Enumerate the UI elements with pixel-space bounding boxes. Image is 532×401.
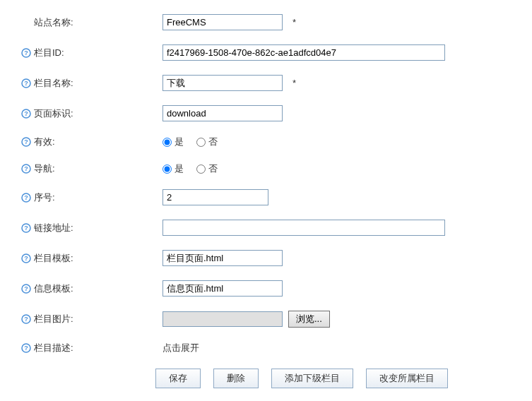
svg-text:?: ? (24, 165, 28, 172)
help-icon[interactable]: ? (21, 78, 31, 88)
label-enabled: ? 有效: (21, 136, 162, 148)
label-site-name: 站点名称: (21, 16, 162, 29)
row-column-desc: ? 栏目描述: 点击展开 (21, 342, 511, 354)
label-order-number: ? 序号: (21, 191, 162, 204)
field-info-template (162, 280, 511, 297)
enabled-yes-label: 是 (175, 136, 184, 148)
column-name-input[interactable] (162, 75, 283, 91)
row-navigation: ? 导航: 是 否 (21, 162, 511, 175)
button-row: 保存 删除 添加下级栏目 改变所属栏目 (21, 369, 511, 388)
enabled-no-radio[interactable] (196, 138, 206, 147)
file-display[interactable] (162, 311, 283, 327)
label-text: 栏目描述: (34, 342, 73, 354)
column-id-input[interactable] (162, 44, 445, 61)
help-icon[interactable]: ? (21, 137, 31, 147)
save-button[interactable]: 保存 (155, 369, 201, 388)
svg-text:?: ? (24, 80, 28, 87)
row-page-identifier: ? 页面标识: (21, 105, 511, 121)
site-name-input[interactable] (162, 14, 283, 30)
label-text: 栏目ID: (34, 47, 64, 59)
label-column-template: ? 栏目模板: (21, 252, 162, 265)
label-column-image: ? 栏目图片: (21, 313, 162, 325)
svg-text:?: ? (24, 49, 28, 56)
row-column-image: ? 栏目图片: 浏览... (21, 311, 511, 328)
row-link-address: ? 链接地址: (21, 220, 511, 236)
field-link-address (162, 220, 511, 236)
help-icon[interactable]: ? (21, 164, 31, 174)
row-site-name: 站点名称: * (21, 14, 511, 30)
change-parent-button[interactable]: 改变所属栏目 (366, 369, 448, 388)
expand-toggle[interactable]: 点击展开 (162, 342, 199, 354)
column-template-input[interactable] (162, 250, 283, 266)
row-order-number: ? 序号: (21, 189, 511, 205)
required-mark: * (292, 17, 296, 28)
browse-button[interactable]: 浏览... (288, 311, 330, 328)
help-icon[interactable]: ? (21, 314, 31, 324)
row-column-template: ? 栏目模板: (21, 250, 511, 266)
label-info-template: ? 信息模板: (21, 282, 162, 295)
link-address-input[interactable] (162, 220, 445, 236)
row-enabled: ? 有效: 是 否 (21, 136, 511, 148)
field-enabled: 是 否 (162, 136, 511, 148)
navigation-radio-group: 是 否 (162, 162, 218, 175)
label-text: 栏目模板: (34, 252, 73, 265)
svg-text:?: ? (24, 316, 28, 323)
label-text: 导航: (34, 162, 55, 175)
label-text: 序号: (34, 191, 55, 204)
navigation-no-radio[interactable] (196, 164, 206, 174)
field-column-image: 浏览... (162, 311, 511, 328)
row-column-name: ? 栏目名称: * (21, 75, 511, 91)
enabled-yes-radio[interactable] (162, 138, 172, 147)
navigation-no-item[interactable]: 否 (196, 162, 218, 175)
label-text: 信息模板: (34, 282, 73, 295)
field-column-name: * (162, 75, 511, 91)
field-order-number (162, 189, 511, 205)
order-number-input[interactable] (162, 189, 268, 205)
info-template-input[interactable] (162, 280, 283, 297)
help-icon[interactable]: ? (21, 193, 31, 203)
label-column-name: ? 栏目名称: (21, 77, 162, 90)
help-icon[interactable]: ? (21, 253, 31, 263)
help-icon[interactable]: ? (21, 109, 31, 119)
enabled-yes-item[interactable]: 是 (162, 136, 184, 148)
enabled-no-item[interactable]: 否 (196, 136, 218, 148)
svg-text:?: ? (24, 225, 28, 232)
label-link-address: ? 链接地址: (21, 222, 162, 234)
svg-text:?: ? (24, 345, 28, 352)
enabled-radio-group: 是 否 (162, 136, 218, 148)
field-page-identifier (162, 105, 511, 121)
label-page-identifier: ? 页面标识: (21, 107, 162, 120)
add-sub-button[interactable]: 添加下级栏目 (271, 369, 353, 388)
help-icon[interactable]: ? (21, 48, 31, 58)
label-navigation: ? 导航: (21, 162, 162, 175)
navigation-yes-item[interactable]: 是 (162, 162, 184, 175)
field-column-desc: 点击展开 (162, 342, 511, 354)
help-icon[interactable]: ? (21, 284, 31, 294)
row-info-template: ? 信息模板: (21, 280, 511, 297)
label-text: 站点名称: (34, 16, 73, 29)
help-icon[interactable]: ? (21, 223, 31, 233)
page-identifier-input[interactable] (162, 105, 283, 121)
label-text: 页面标识: (34, 107, 73, 120)
field-column-id (162, 44, 511, 61)
navigation-yes-label: 是 (175, 162, 184, 175)
svg-text:?: ? (24, 255, 28, 262)
delete-button[interactable]: 删除 (213, 369, 259, 388)
label-column-id: ? 栏目ID: (21, 47, 162, 59)
label-text: 有效: (34, 136, 55, 148)
field-navigation: 是 否 (162, 162, 511, 175)
svg-text:?: ? (24, 194, 28, 201)
label-text: 栏目名称: (34, 77, 73, 90)
svg-text:?: ? (24, 285, 28, 292)
label-text: 栏目图片: (34, 313, 73, 325)
navigation-no-label: 否 (208, 162, 218, 175)
svg-text:?: ? (24, 110, 28, 117)
help-icon[interactable]: ? (21, 343, 31, 353)
svg-text:?: ? (24, 138, 28, 145)
field-column-template (162, 250, 511, 266)
enabled-no-label: 否 (208, 136, 218, 148)
field-site-name: * (162, 14, 511, 30)
navigation-yes-radio[interactable] (162, 164, 172, 174)
row-column-id: ? 栏目ID: (21, 44, 511, 61)
required-mark: * (292, 78, 296, 88)
